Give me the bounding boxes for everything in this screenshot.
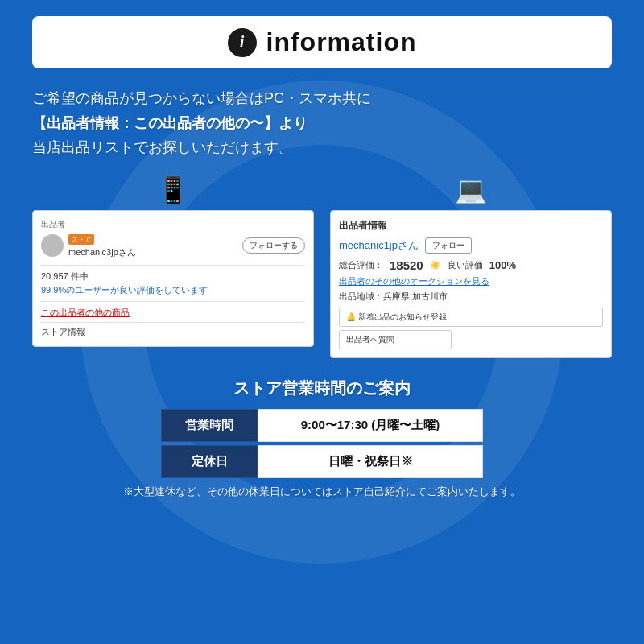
mobile-review-pct: 99.9%のユーザーが良い評価をしています — [41, 284, 305, 296]
mobile-follow-button[interactable]: フォローする — [242, 237, 305, 254]
pc-good-pct: 100% — [489, 259, 516, 271]
screenshots-section: 📱 出品者 ストア mechanic3jpさん フォローする 20,957 件中… — [32, 175, 612, 358]
mobile-device-icon: 📱 — [157, 175, 189, 205]
mobile-screenshot-wrapper: 📱 出品者 ストア mechanic3jpさん フォローする 20,957 件中… — [32, 175, 314, 358]
pc-location: 出品地域：兵庫県 加古川市 — [339, 291, 603, 303]
main-container: i information ご希望の商品が見つからない場合はPC・スマホ共に 【… — [0, 0, 644, 528]
pc-screenshot-wrapper: 💻 出品者情報 mechanic1jpさん フォロー 総合評価： 18520 ☀… — [330, 175, 612, 358]
pc-device-icon: 💻 — [455, 175, 487, 205]
pc-rating-row: 総合評価： 18520 ☀️ 良い評価 100% — [339, 258, 603, 272]
pc-seller-row: mechanic1jpさん フォロー — [339, 237, 603, 254]
pc-good-rating-icon: ☀️ — [430, 260, 441, 270]
intro-line3: 当店出品リストでお探しいただけます。 — [32, 135, 612, 160]
intro-line1: ご希望の商品が見つからない場合はPC・スマホ共に — [32, 86, 612, 111]
mobile-screenshot-box: 出品者 ストア mechanic3jpさん フォローする 20,957 件中 9… — [32, 210, 314, 347]
mobile-seller-info: ストア mechanic3jpさん — [41, 233, 136, 258]
pc-rating-num: 18520 — [390, 258, 423, 272]
mobile-seller-name: mechanic3jpさん — [68, 246, 136, 258]
pc-notify-button[interactable]: 🔔 新着出品のお知らせ登録 — [339, 308, 603, 327]
mobile-divider1 — [41, 265, 305, 266]
mobile-divider2 — [41, 301, 305, 302]
mobile-header-row: ストア mechanic3jpさん フォローする — [41, 233, 305, 258]
mobile-review-count: 20,957 件中 — [41, 270, 305, 283]
mobile-seller-label: 出品者 — [41, 219, 305, 230]
hours-row-1: 定休日 日曜・祝祭日※ — [32, 445, 612, 478]
pc-question-button[interactable]: 出品者へ質問 — [339, 330, 452, 349]
pc-rating-label: 総合評価： — [339, 259, 383, 271]
mobile-other-items-link[interactable]: この出品者の他の商品 — [41, 307, 305, 319]
store-hours-title: ストア営業時間のご案内 — [32, 378, 612, 399]
info-title: information — [266, 27, 417, 57]
mobile-avatar — [41, 234, 64, 257]
hours-row-0: 営業時間 9:00〜17:30 (月曜〜土曜) — [32, 409, 612, 442]
mobile-store-badge: ストア — [68, 234, 94, 245]
main-text: ご希望の商品が見つからない場合はPC・スマホ共に 【出品者情報：この出品者の他の… — [32, 86, 612, 160]
hours-note: ※大型連休など、その他の休業日についてはストア自己紹介にてご案内いたします。 — [32, 485, 612, 499]
hours-value-0: 9:00〜17:30 (月曜〜土曜) — [258, 409, 483, 442]
hours-value-1: 日曜・祝祭日※ — [258, 445, 483, 478]
pc-auction-link[interactable]: 出品者のその他のオークションを見る — [339, 275, 603, 287]
info-icon: i — [228, 28, 257, 57]
pc-seller-info-title: 出品者情報 — [339, 219, 603, 233]
info-header: i information — [32, 16, 612, 68]
hours-rows: 営業時間 9:00〜17:30 (月曜〜土曜) 定休日 日曜・祝祭日※ — [32, 409, 612, 478]
hours-label-0: 営業時間 — [161, 409, 258, 442]
intro-line2: 【出品者情報：この出品者の他の〜】より — [32, 111, 612, 136]
pc-screenshot-box: 出品者情報 mechanic1jpさん フォロー 総合評価： 18520 ☀️ … — [330, 210, 612, 358]
pc-seller-name: mechanic1jpさん — [339, 238, 419, 253]
pc-follow-button[interactable]: フォロー — [425, 237, 472, 254]
mobile-store-info: ストア情報 — [41, 322, 305, 338]
store-hours-section: ストア営業時間のご案内 営業時間 9:00〜17:30 (月曜〜土曜) 定休日 … — [32, 378, 612, 499]
hours-label-1: 定休日 — [161, 445, 258, 478]
mobile-seller-details: ストア mechanic3jpさん — [68, 233, 136, 258]
pc-good-label: 良い評価 — [448, 259, 483, 271]
